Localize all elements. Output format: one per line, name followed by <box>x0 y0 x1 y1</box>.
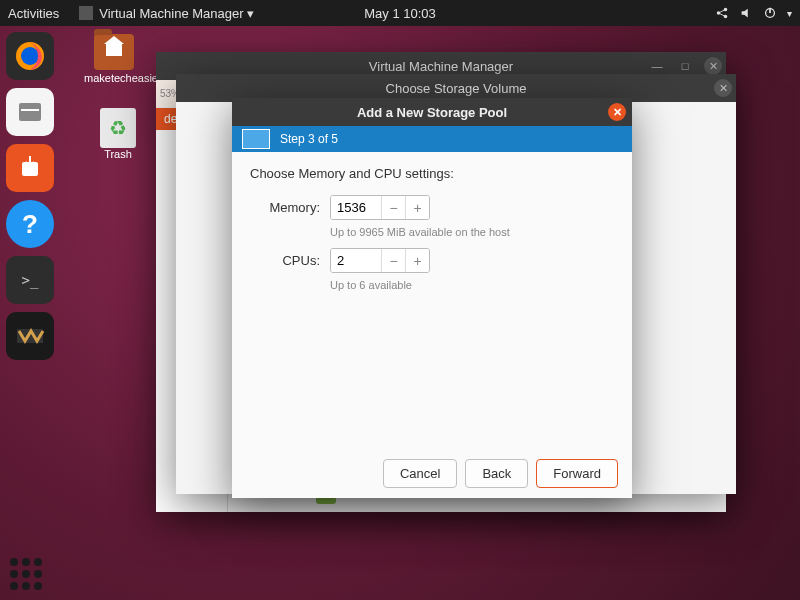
trash-icon: ♻ <box>100 108 136 148</box>
forward-button[interactable]: Forward <box>536 459 618 488</box>
close-button[interactable]: ✕ <box>608 103 626 121</box>
memory-hint: Up to 9965 MiB available on the host <box>330 226 614 238</box>
show-applications[interactable] <box>10 558 42 590</box>
cpus-input[interactable] <box>331 249 381 272</box>
chevron-down-icon[interactable]: ▾ <box>787 8 792 19</box>
software-icon <box>16 154 44 182</box>
firefox-icon <box>12 38 48 74</box>
minimize-button[interactable]: — <box>648 57 666 75</box>
terminal-icon: >_ <box>22 272 39 288</box>
top-panel: Activities Virtual Machine Manager ▾ May… <box>0 0 800 26</box>
csv-title: Choose Storage Volume <box>386 81 527 96</box>
memory-plus-button[interactable]: + <box>405 196 429 219</box>
new-storage-pool-wizard: Add a New Storage Pool ✕ Step 3 of 5 Cho… <box>232 98 632 498</box>
volume-icon[interactable] <box>739 6 753 20</box>
dock-terminal[interactable]: >_ <box>6 256 54 304</box>
activities-button[interactable]: Activities <box>8 6 59 21</box>
dock-files[interactable] <box>6 88 54 136</box>
memory-spinner: − + <box>330 195 430 220</box>
svg-rect-8 <box>21 109 39 111</box>
app-menu-label: Virtual Machine Manager ▾ <box>99 6 254 21</box>
vmm-icon <box>79 6 93 20</box>
desktop-home-folder[interactable]: maketecheasier <box>84 34 144 84</box>
wizard-title-text: Add a New Storage Pool <box>357 105 507 120</box>
close-button[interactable]: ✕ <box>704 57 722 75</box>
dock: ? >_ <box>0 26 60 600</box>
dock-software[interactable] <box>6 144 54 192</box>
system-tray[interactable]: ▾ <box>715 6 792 20</box>
svg-point-6 <box>21 47 39 65</box>
wizard-step-banner: Step 3 of 5 <box>232 126 632 152</box>
memory-minus-button[interactable]: − <box>381 196 405 219</box>
help-icon: ? <box>22 209 38 240</box>
cpus-hint: Up to 6 available <box>330 279 614 291</box>
dock-help[interactable]: ? <box>6 200 54 248</box>
memory-label: Memory: <box>250 200 320 215</box>
trash-label: Trash <box>104 148 132 160</box>
power-icon[interactable] <box>763 6 777 20</box>
memory-input[interactable] <box>331 196 381 219</box>
step-label: Step 3 of 5 <box>280 132 338 146</box>
clock[interactable]: May 1 10:03 <box>364 6 436 21</box>
dock-vmm[interactable] <box>6 312 54 360</box>
wizard-heading: Choose Memory and CPU settings: <box>250 166 614 181</box>
svg-rect-7 <box>19 103 41 121</box>
monitor-icon <box>242 129 270 149</box>
network-icon[interactable] <box>715 6 729 20</box>
back-button[interactable]: Back <box>465 459 528 488</box>
files-icon <box>15 97 45 127</box>
vmm-dock-icon <box>13 319 47 353</box>
cpus-label: CPUs: <box>250 253 320 268</box>
wizard-titlebar[interactable]: Add a New Storage Pool ✕ <box>232 98 632 126</box>
wizard-footer: Cancel Back Forward <box>232 449 632 498</box>
close-button[interactable]: ✕ <box>714 79 732 97</box>
vmm-title: Virtual Machine Manager <box>369 59 513 74</box>
cpus-plus-button[interactable]: + <box>405 249 429 272</box>
app-menu[interactable]: Virtual Machine Manager ▾ <box>79 6 254 21</box>
desktop-trash[interactable]: ♻ Trash <box>88 108 148 160</box>
home-folder-label: maketecheasier <box>84 72 162 84</box>
cancel-button[interactable]: Cancel <box>383 459 457 488</box>
svg-rect-4 <box>769 8 771 13</box>
maximize-button[interactable]: □ <box>676 57 694 75</box>
dock-firefox[interactable] <box>6 32 54 80</box>
cpus-spinner: − + <box>330 248 430 273</box>
cpus-minus-button[interactable]: − <box>381 249 405 272</box>
